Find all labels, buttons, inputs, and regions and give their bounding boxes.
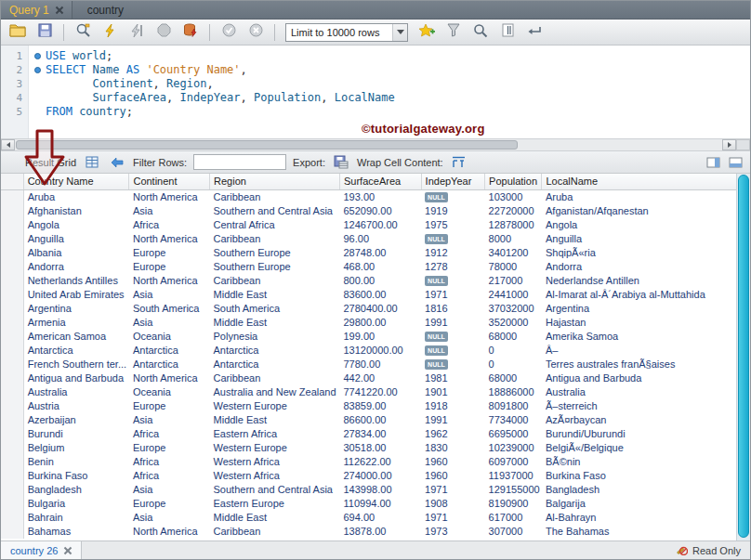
toggle-bottom-panel-icon[interactable] — [726, 154, 744, 171]
cell[interactable]: North America — [129, 274, 210, 288]
cell[interactable]: 1971 — [421, 288, 484, 302]
cell[interactable]: Al-Imarat al-Â´Arabiya al-Muttahida — [542, 288, 738, 302]
row-selector[interactable] — [1, 288, 23, 302]
wrap-toggle-button[interactable] — [522, 22, 547, 43]
execute-current-button[interactable] — [125, 22, 149, 43]
cell[interactable]: Asia — [129, 483, 210, 497]
cell[interactable]: Argentina — [23, 302, 129, 316]
row-selector[interactable] — [1, 260, 23, 274]
cell[interactable]: Aruba — [23, 189, 129, 204]
cell[interactable]: Netherlands Antilles — [23, 274, 129, 288]
cell[interactable]: 193.00 — [340, 189, 422, 204]
row-selector[interactable] — [1, 344, 23, 358]
row-selector[interactable] — [1, 218, 23, 232]
cell[interactable]: North America — [129, 525, 210, 539]
cell[interactable]: Southern Europe — [210, 260, 340, 274]
cell[interactable]: 37032000 — [485, 302, 542, 316]
column-header[interactable]: SurfaceArea — [340, 174, 422, 189]
execute-button[interactable] — [98, 22, 122, 43]
cell[interactable]: 1919 — [421, 204, 484, 218]
cell[interactable]: NULL — [421, 344, 484, 358]
cell[interactable]: 112622.00 — [340, 455, 422, 469]
cell[interactable]: Bulgaria — [23, 497, 129, 511]
cell[interactable]: Benin — [23, 455, 129, 469]
result-tab-country[interactable]: country 26 — [1, 541, 82, 559]
cell[interactable]: Eastern Africa — [210, 427, 340, 441]
cell[interactable]: Caribbean — [210, 232, 340, 246]
column-header[interactable]: Country Name — [23, 174, 129, 189]
cell[interactable]: South America — [210, 302, 340, 316]
cell[interactable]: 8000 — [485, 232, 542, 246]
cell[interactable]: 110994.00 — [340, 497, 422, 511]
cell[interactable]: Europe — [129, 497, 210, 511]
cell[interactable]: Western Europe — [210, 399, 340, 413]
cell[interactable]: Asia — [129, 413, 210, 427]
cell[interactable]: Asia — [129, 204, 210, 218]
row-selector[interactable] — [1, 413, 23, 427]
close-result-tab-icon[interactable] — [64, 547, 72, 554]
cell[interactable]: United Arab Emirates — [23, 288, 129, 302]
cell[interactable]: The Bahamas — [542, 525, 738, 539]
cell[interactable]: 7734000 — [485, 413, 542, 427]
cell[interactable]: Nederlandse Antillen — [542, 274, 738, 288]
cell[interactable]: Oceania — [129, 385, 210, 399]
cell[interactable]: 6097000 — [485, 455, 542, 469]
cell[interactable]: Caribbean — [210, 189, 340, 204]
cell[interactable]: Balgarija — [542, 497, 738, 511]
cell[interactable]: Caribbean — [210, 525, 340, 539]
cell[interactable]: 2780400.00 — [340, 302, 422, 316]
cell[interactable]: Azerbaijan — [23, 413, 129, 427]
row-selector[interactable] — [1, 204, 23, 218]
cell[interactable]: 652090.00 — [340, 204, 422, 218]
cell[interactable]: South America — [129, 302, 210, 316]
cell[interactable]: 1830 — [421, 441, 484, 455]
cell[interactable]: Andorra — [23, 260, 129, 274]
cell[interactable]: Middle East — [210, 511, 340, 525]
cell[interactable]: 1962 — [421, 427, 484, 441]
cell[interactable]: 8190900 — [485, 497, 542, 511]
cell[interactable]: 3401200 — [485, 246, 542, 260]
cell[interactable]: 10239000 — [485, 441, 542, 455]
row-selector[interactable] — [1, 358, 23, 371]
cell[interactable]: Europe — [129, 399, 210, 413]
cell[interactable]: Middle East — [210, 288, 340, 302]
row-selector[interactable] — [1, 441, 23, 455]
cell[interactable]: Afghanistan — [23, 204, 129, 218]
wrap-cell-content-icon[interactable] — [450, 154, 468, 171]
cell[interactable]: Angola — [542, 218, 738, 232]
refresh-grid-icon[interactable] — [108, 154, 126, 171]
cell[interactable]: Southern and Central Asia — [210, 483, 340, 497]
vertical-scrollbar[interactable] — [736, 174, 750, 540]
cell[interactable]: 129155000 — [485, 483, 542, 497]
cell[interactable]: 86600.00 — [340, 413, 422, 427]
explain-button[interactable] — [71, 22, 95, 43]
cell[interactable]: 11937000 — [485, 469, 542, 483]
cell[interactable]: Â– — [542, 344, 738, 358]
cell[interactable]: 1981 — [421, 371, 484, 385]
row-selector[interactable] — [1, 246, 23, 260]
cell[interactable]: Australia and New Zealand — [210, 385, 340, 399]
cell[interactable]: Albania — [23, 246, 129, 260]
cell[interactable]: Burundi/Uburundi — [542, 427, 738, 441]
cell[interactable]: Aruba — [542, 189, 738, 204]
cell[interactable]: 83600.00 — [340, 288, 422, 302]
cell[interactable]: 2441000 — [485, 288, 542, 302]
row-selector[interactable] — [1, 455, 23, 469]
cell[interactable]: French Southern ter... — [23, 358, 129, 371]
cell[interactable]: Hajastan — [542, 316, 738, 330]
cell[interactable]: Caribbean — [210, 371, 340, 385]
filter-rows-input[interactable] — [193, 154, 286, 170]
cell[interactable]: North America — [129, 232, 210, 246]
cell[interactable]: 617000 — [485, 511, 542, 525]
cell[interactable]: 7741220.00 — [340, 385, 422, 399]
row-selector[interactable] — [1, 469, 23, 483]
row-selector[interactable] — [1, 371, 23, 385]
column-header[interactable]: IndepYear — [421, 174, 484, 189]
row-selector[interactable] — [1, 316, 23, 330]
cell[interactable]: Antigua and Barbuda — [23, 371, 129, 385]
column-header[interactable]: Population — [485, 174, 542, 189]
cell[interactable]: 68000 — [485, 330, 542, 344]
cell[interactable]: Argentina — [542, 302, 738, 316]
cell[interactable]: 199.00 — [340, 330, 422, 344]
cell[interactable]: 0 — [485, 358, 542, 371]
